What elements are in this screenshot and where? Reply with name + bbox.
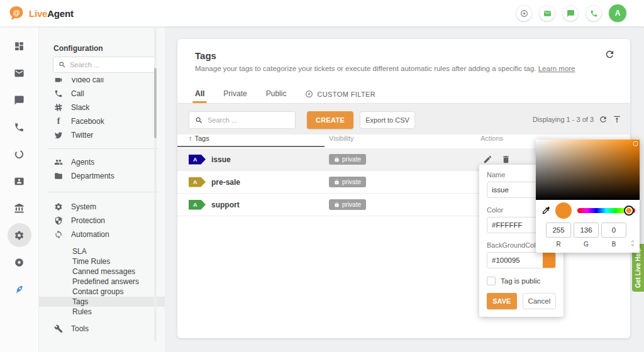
create-new-button[interactable]	[516, 5, 532, 21]
gear-icon	[54, 202, 63, 211]
rail-item-tickets[interactable]	[14, 67, 25, 79]
sort-ascending-icon: ↑	[189, 135, 192, 142]
sidebar-item-predefined-answers[interactable]: Predefined answers	[39, 277, 165, 287]
avatar[interactable]: A	[609, 4, 626, 22]
saturation-area[interactable]	[536, 140, 640, 200]
sidebar-item-protection[interactable]: Protection	[39, 214, 165, 228]
tab-all[interactable]: All	[195, 89, 204, 103]
visibility-badge: private	[329, 199, 366, 210]
tag-public-checkbox[interactable]	[487, 277, 496, 285]
sidebar-item-facebook[interactable]: f Facebook	[39, 114, 165, 128]
tab-private[interactable]: Private	[223, 89, 247, 103]
red-value-input[interactable]	[546, 223, 571, 238]
people-icon	[54, 158, 63, 167]
sidebar-item-time-rules[interactable]: Time Rules	[39, 256, 165, 267]
sidebar-item-sla[interactable]: SLA	[39, 246, 165, 256]
video-icon	[54, 78, 63, 84]
sidebar-item-slack[interactable]: Slack	[39, 101, 165, 114]
table-search-input[interactable]	[208, 116, 289, 124]
contacts-card-icon	[14, 176, 25, 187]
envelope-icon	[543, 9, 552, 18]
logo-bubble-icon: @	[8, 5, 25, 21]
tag-public-option[interactable]: Tag is public	[487, 277, 556, 285]
cancel-button[interactable]: Cancel	[523, 293, 556, 309]
sidebar-item-tags[interactable]: Tags	[39, 297, 165, 307]
pencil-icon[interactable]	[483, 155, 492, 164]
configuration-title: Configuration	[53, 44, 103, 53]
twitter-icon	[54, 131, 63, 140]
slack-icon	[54, 103, 63, 112]
spacer	[39, 317, 165, 322]
call-button[interactable]	[586, 5, 602, 21]
rail-item-calls[interactable]	[14, 121, 25, 133]
sidebar-item-twitter[interactable]: Twitter	[39, 128, 165, 142]
saturation-marker[interactable]	[633, 141, 638, 146]
rail-item-settings[interactable]	[8, 223, 31, 247]
background-color-swatch[interactable]	[543, 253, 555, 268]
scroll-top-icon[interactable]	[613, 115, 621, 124]
eyedropper-icon[interactable]	[541, 206, 551, 215]
configuration-list: Video call Call Slack f Facebook Twitter	[39, 78, 165, 352]
row-actions	[483, 155, 511, 164]
sidebar-item-rules[interactable]: Rules	[39, 307, 165, 317]
save-button[interactable]: SAVE	[487, 293, 517, 309]
envelope-icon	[14, 68, 25, 79]
refresh-icon[interactable]	[604, 49, 615, 60]
tag-name: pre-sale	[211, 178, 240, 187]
tab-public[interactable]: Public	[266, 89, 287, 103]
column-header-tags[interactable]: ↑ Tags	[189, 135, 209, 142]
rail-item-launch[interactable]	[14, 283, 25, 295]
tag-name: support	[211, 201, 240, 209]
divider	[48, 192, 158, 192]
lock-icon	[334, 202, 340, 207]
shield-icon	[54, 216, 63, 225]
rocket-icon	[14, 284, 25, 295]
ring-icon	[14, 149, 25, 160]
trash-icon[interactable]	[501, 155, 511, 164]
create-button[interactable]: CREATE	[307, 111, 353, 129]
rail-item-billing[interactable]	[14, 202, 25, 214]
unfold-icon[interactable]	[629, 239, 636, 247]
table-search[interactable]	[189, 111, 296, 129]
rail-item-addons[interactable]	[14, 256, 25, 268]
tag-name: issue	[211, 155, 231, 164]
refresh-icon[interactable]	[599, 115, 608, 124]
tab-custom-filter[interactable]: CUSTOM FILTER	[305, 90, 375, 103]
hue-slider-handle[interactable]	[624, 206, 634, 216]
visibility-badge: private	[329, 177, 366, 187]
configuration-search[interactable]	[53, 57, 156, 73]
sidebar-item-call[interactable]: Call	[39, 87, 165, 101]
sidebar-item-tools[interactable]: Tools	[39, 322, 165, 336]
config-scrollbar-thumb[interactable]	[154, 68, 157, 138]
email-button[interactable]	[539, 5, 555, 21]
rail-item-social[interactable]	[14, 148, 25, 160]
liveagent-logo[interactable]: @ LiveAgent	[8, 5, 74, 21]
rail-item-contacts[interactable]	[14, 175, 25, 187]
export-csv-button[interactable]: Export to CSV	[360, 111, 415, 129]
sidebar-item-video-call[interactable]: Video call	[39, 78, 165, 87]
logo-text: LiveAgent	[29, 8, 74, 19]
tag-public-label: Tag is public	[501, 277, 540, 285]
sidebar-item-agents[interactable]: Agents	[39, 155, 165, 169]
learn-more-link[interactable]: Learn more	[538, 65, 575, 72]
sidebar-item-contact-groups[interactable]: Contact groups	[39, 287, 165, 297]
facebook-icon: f	[54, 116, 63, 126]
sidebar-item-system[interactable]: System	[39, 200, 165, 214]
sidebar-item-automation[interactable]: Automation	[39, 228, 165, 241]
configuration-search-input[interactable]	[70, 61, 150, 69]
blue-value-input[interactable]	[601, 223, 626, 238]
plus-circle-icon	[520, 9, 528, 18]
chat-icon	[567, 9, 575, 18]
sidebar-item-departments[interactable]: Departments	[39, 169, 165, 183]
blue-label: B	[601, 241, 626, 248]
grid-icon	[14, 41, 25, 52]
tag-chip: A	[189, 200, 206, 210]
green-value-input[interactable]	[574, 223, 599, 238]
rail-item-dashboard[interactable]	[14, 40, 25, 52]
tag-chip: A	[189, 155, 206, 165]
column-header-visibility[interactable]: Visibility	[329, 135, 354, 142]
chat-icon	[14, 95, 25, 106]
chat-button[interactable]	[562, 5, 579, 21]
rail-item-chats[interactable]	[14, 94, 25, 106]
sidebar-item-canned-messages[interactable]: Canned messages	[39, 267, 165, 277]
